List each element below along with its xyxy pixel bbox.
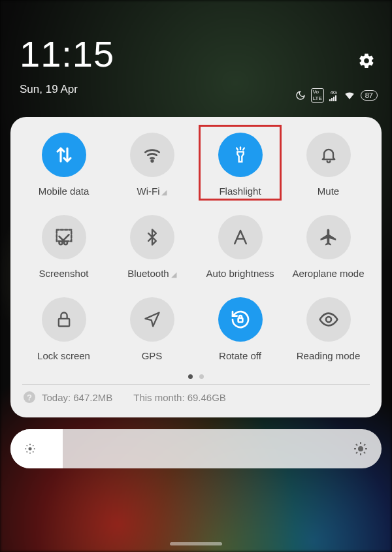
qs-tile-screenshot[interactable]: Screenshot [20,215,108,279]
status-icons: Vo LTE 4G 87 [295,88,378,103]
svg-line-2 [237,148,238,150]
nav-arrow-icon [130,297,174,342]
battery-indicator: 87 [361,90,378,101]
quick-settings-grid: Mobile dataWi-Fi◢FlashlightMuteScreensho… [20,133,372,361]
letter-a-icon [218,215,263,259]
brightness-slider[interactable] [10,429,382,468]
svg-rect-8 [58,319,69,327]
svg-point-11 [29,447,32,451]
brightness-high-icon [353,441,368,457]
tile-label: GPS [142,350,163,361]
tile-label: Rotate off [219,350,261,361]
airplane-icon [306,215,351,259]
page-dot [199,374,204,379]
gear-icon [358,52,375,69]
bluetooth-icon [130,215,174,259]
lock-icon [42,297,86,342]
tile-label: Reading mode [297,350,361,361]
mobile-signal-icon: 4G [329,90,338,101]
svg-line-25 [356,444,357,446]
bell-icon [306,133,351,177]
svg-line-28 [364,444,365,446]
qs-tile-bluetooth[interactable]: Bluetooth◢ [108,215,196,279]
svg-point-20 [358,446,363,451]
flashlight-icon [218,133,263,177]
tile-label: Wi-Fi◢ [137,186,167,197]
qs-tile-gps[interactable]: GPS [108,297,196,361]
brightness-low-icon [24,442,37,455]
usage-today-label: Today: [42,392,71,403]
svg-line-16 [27,446,27,446]
svg-line-27 [356,452,357,453]
tile-label: Mobile data [39,186,90,197]
qs-tile-mute[interactable]: Mute [284,133,372,197]
dnd-icon [295,90,306,101]
quick-settings-panel: Mobile dataWi-Fi◢FlashlightMuteScreensho… [10,117,382,417]
tile-label: Aeroplane mode [292,268,364,279]
tile-label: Lock screen [37,350,90,361]
usage-month-label: This month: [133,392,184,403]
qs-tile-flashlight[interactable]: Flashlight [196,133,284,197]
settings-button[interactable] [358,52,375,69]
data-arrows-icon [42,133,86,177]
svg-line-26 [364,452,365,453]
svg-line-3 [243,148,244,150]
svg-line-17 [33,451,33,452]
qs-tile-rotate-off[interactable]: Rotate off [196,297,284,361]
qs-tile-wi-fi[interactable]: Wi-Fi◢ [108,133,196,197]
tile-label: Screenshot [39,268,89,279]
usage-month-value: 69.46GB [188,392,226,403]
clock: 11:15 [20,33,372,75]
status-bar: 11:15 Sun, 19 Apr Vo LTE 4G 87 [0,0,392,103]
chevron-icon: ◢ [171,270,176,278]
tile-label: Bluetooth◢ [127,268,176,279]
rotate-lock-icon [218,297,263,342]
tile-label: Mute [318,186,339,197]
usage-today-value: 647.2MB [73,392,112,403]
qs-tile-lock-screen[interactable]: Lock screen [20,297,108,361]
data-usage-row[interactable]: ? Today: 647.2MB This month: 69.46GB [20,391,372,406]
svg-point-0 [151,160,153,162]
volte-icon: Vo LTE [311,88,324,103]
svg-line-19 [33,446,33,446]
qs-tile-reading-mode[interactable]: Reading mode [284,297,372,361]
home-indicator[interactable] [170,542,222,545]
divider [22,384,370,385]
chevron-icon: ◢ [161,188,167,196]
tile-label: Auto brightness [206,268,274,279]
page-indicator[interactable] [20,374,372,379]
wifi-status-icon [344,89,355,101]
wifi-icon [130,133,174,177]
page-dot [188,374,193,379]
help-icon: ? [24,391,35,403]
qs-tile-auto-brightness[interactable]: Auto brightness [196,215,284,279]
qs-tile-aeroplane-mode[interactable]: Aeroplane mode [284,215,372,279]
qs-tile-mobile-data[interactable]: Mobile data [20,133,108,197]
svg-point-10 [326,317,331,322]
svg-line-18 [27,451,27,452]
tile-label: Flashlight [219,186,261,197]
scissors-icon [42,215,86,259]
eye-icon [306,297,351,342]
